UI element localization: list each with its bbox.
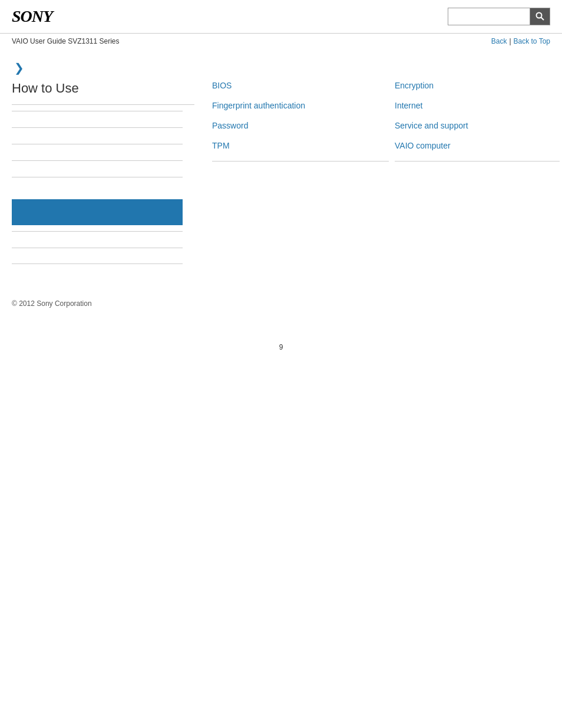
sidebar-link-3[interactable] (12, 144, 183, 160)
sidebar-link-7[interactable] (12, 248, 183, 264)
nav-links: Back | Back to Top (491, 37, 550, 45)
pipe-separator: | (509, 37, 511, 45)
bios-link[interactable]: BIOS (212, 81, 389, 90)
main-content: ❯ How to Use BIOS Fingerprint authentica… (0, 49, 562, 288)
back-link[interactable]: Back (491, 37, 507, 45)
right-col-divider (395, 161, 560, 162)
back-to-top-link[interactable]: Back to Top (514, 37, 550, 45)
sub-header: VAIO User Guide SVZ1311 Series Back | Ba… (0, 34, 562, 49)
sidebar-link-6[interactable] (12, 231, 183, 248)
header: SONY (0, 0, 562, 34)
tpm-link[interactable]: TPM (212, 141, 389, 150)
svg-line-1 (541, 18, 544, 21)
internet-link[interactable]: Internet (395, 101, 560, 110)
sidebar-link-5[interactable] (12, 177, 183, 193)
sony-logo: SONY (12, 7, 52, 26)
sidebar-divider-top (12, 104, 194, 105)
password-link[interactable]: Password (212, 121, 389, 130)
center-col-divider (212, 161, 389, 162)
right-columns: BIOS Fingerprint authentication Password… (212, 81, 560, 264)
right-col: Encryption Internet Service and support … (395, 81, 560, 264)
center-col: BIOS Fingerprint authentication Password… (212, 81, 389, 264)
guide-title: VAIO User Guide SVZ1311 Series (12, 37, 120, 45)
left-sidebar: How to Use (12, 81, 194, 264)
svg-point-0 (536, 13, 541, 18)
search-input[interactable] (448, 8, 530, 25)
sidebar-link-2[interactable] (12, 127, 183, 144)
sidebar-link-1[interactable] (12, 111, 183, 127)
search-area (448, 8, 550, 25)
sidebar-link-4[interactable] (12, 160, 183, 177)
vaio-computer-link[interactable]: VAIO computer (395, 141, 560, 150)
content-layout: How to Use BIOS Fingerprint authenticati… (12, 81, 550, 264)
service-support-link[interactable]: Service and support (395, 121, 560, 130)
footer: © 2012 Sony Corporation (0, 288, 562, 319)
page-number: 9 (0, 343, 562, 351)
breadcrumb-arrow: ❯ (14, 61, 550, 75)
search-button[interactable] (530, 8, 550, 25)
active-sidebar-item[interactable] (12, 199, 183, 225)
copyright: © 2012 Sony Corporation (12, 299, 92, 308)
encryption-link[interactable]: Encryption (395, 81, 560, 90)
fingerprint-link[interactable]: Fingerprint authentication (212, 101, 389, 110)
search-icon (535, 12, 545, 21)
section-title: How to Use (12, 81, 194, 96)
